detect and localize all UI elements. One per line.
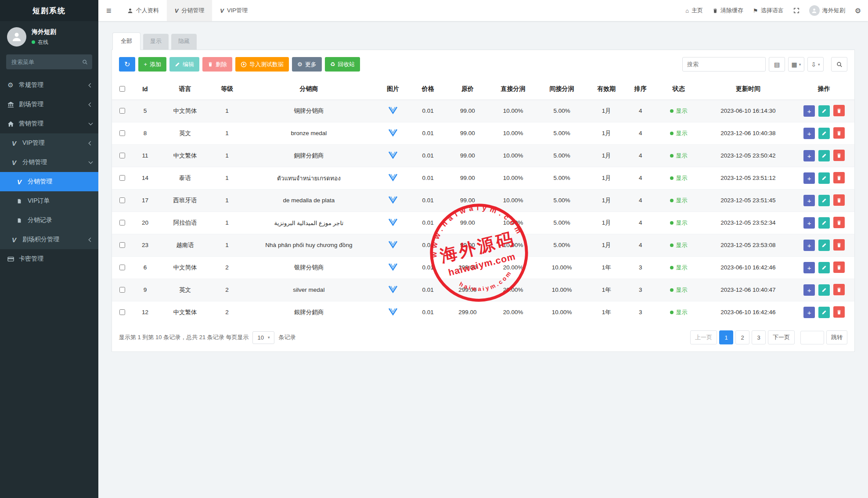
column-header[interactable]: Id — [132, 79, 158, 100]
fullscreen-button[interactable] — [793, 7, 800, 14]
row-edit-button[interactable] — [818, 128, 830, 139]
row-delete-button[interactable] — [833, 239, 845, 251]
row-edit-button[interactable] — [818, 240, 830, 251]
column-header[interactable]: 图片 — [376, 79, 410, 100]
column-header[interactable]: 语言 — [158, 79, 212, 100]
column-header[interactable]: 分销商 — [241, 79, 376, 100]
v-logo-icon[interactable] — [388, 240, 398, 248]
column-header[interactable]: 原价 — [446, 79, 489, 100]
add-button[interactable]: +添加 — [138, 57, 166, 72]
row-delete-button[interactable] — [833, 262, 845, 273]
row-edit-button[interactable] — [818, 307, 830, 318]
recycle-bin-button[interactable]: ♻回收站 — [325, 57, 360, 72]
row-add-button[interactable]: + — [803, 217, 815, 229]
import-test-data-button[interactable]: 导入测试数据 — [235, 57, 289, 72]
sidebar-item-general[interactable]: ⚙ 常规管理 — [0, 75, 98, 95]
v-logo-icon[interactable] — [388, 308, 398, 315]
row-delete-button[interactable] — [833, 172, 845, 183]
edit-button[interactable]: 编辑 — [169, 57, 199, 72]
v-logo-icon[interactable] — [388, 129, 398, 136]
row-delete-button[interactable] — [833, 150, 845, 161]
row-checkbox[interactable] — [119, 153, 125, 158]
page-button-1[interactable]: 1 — [719, 330, 733, 344]
sidebar-item-vip-management[interactable]: V VIP管理 — [0, 133, 98, 153]
row-checkbox[interactable] — [119, 309, 125, 315]
filter-tab-hidden[interactable]: 隐藏 — [171, 34, 197, 50]
filter-tab-all[interactable]: 全部 — [112, 32, 140, 50]
search-toggle-button[interactable] — [831, 57, 847, 72]
row-checkbox[interactable] — [119, 220, 125, 226]
prev-page-button[interactable]: 上一页 — [690, 330, 717, 344]
row-edit-button[interactable] — [818, 262, 830, 273]
column-header[interactable]: 间接分润 — [537, 79, 587, 100]
row-checkbox[interactable] — [119, 197, 125, 203]
sidebar-item-distribution-management[interactable]: V 分销管理 — [0, 172, 98, 191]
v-logo-icon[interactable] — [388, 106, 398, 114]
v-logo-icon[interactable] — [388, 263, 398, 271]
column-header[interactable]: 价格 — [410, 79, 446, 100]
row-edit-button[interactable] — [818, 217, 830, 229]
column-header[interactable]: 排序 — [626, 79, 655, 100]
row-add-button[interactable]: + — [803, 284, 815, 296]
row-delete-button[interactable] — [833, 105, 845, 116]
row-delete-button[interactable] — [833, 194, 845, 206]
home-link[interactable]: ⌂主页 — [685, 7, 703, 14]
row-add-button[interactable]: + — [803, 128, 815, 139]
row-checkbox[interactable] — [119, 287, 125, 293]
column-header[interactable]: 更新时间 — [702, 79, 793, 100]
search-input[interactable] — [682, 57, 766, 72]
row-edit-button[interactable] — [818, 284, 830, 296]
sidebar-item-theater-points[interactable]: V 剧场积分管理 — [0, 230, 98, 249]
jump-button[interactable]: 跳转 — [826, 330, 847, 344]
sidebar-toggle-icon[interactable]: ≡ — [98, 6, 119, 16]
row-delete-button[interactable] — [833, 306, 845, 318]
delete-button[interactable]: 删除 — [202, 57, 232, 72]
page-button-3[interactable]: 3 — [752, 330, 766, 344]
more-button[interactable]: ⚙更多 — [292, 57, 322, 72]
row-add-button[interactable]: + — [803, 240, 815, 251]
row-checkbox[interactable] — [119, 175, 125, 181]
tab-vip[interactable]: V VIP管理 — [212, 0, 256, 21]
clear-cache-link[interactable]: 清除缓存 — [713, 7, 743, 14]
sidebar-item-marketing[interactable]: 营销管理 — [0, 114, 98, 133]
next-page-button[interactable]: 下一页 — [768, 330, 795, 344]
user-menu[interactable]: 海外短剧 — [809, 5, 845, 16]
column-header[interactable]: 直接分润 — [489, 79, 537, 100]
v-logo-icon[interactable] — [388, 218, 398, 226]
tab-profile[interactable]: 个人资料 — [119, 0, 167, 21]
row-checkbox[interactable] — [119, 130, 125, 136]
v-logo-icon[interactable] — [388, 285, 398, 293]
sidebar-item-card-keys[interactable]: 卡密管理 — [0, 249, 98, 269]
sidebar-item-distribution-records[interactable]: 分销记录 — [0, 211, 98, 230]
export-button[interactable]: ⇩▾ — [807, 57, 824, 72]
jump-page-input[interactable] — [800, 331, 824, 344]
row-add-button[interactable]: + — [803, 172, 815, 184]
row-add-button[interactable]: + — [803, 195, 815, 206]
page-size-select[interactable]: 10▾ — [252, 331, 274, 344]
v-logo-icon[interactable] — [388, 151, 398, 159]
filter-tab-visible[interactable]: 显示 — [143, 34, 169, 50]
row-delete-button[interactable] — [833, 284, 845, 295]
column-header[interactable]: 等级 — [212, 79, 241, 100]
column-header[interactable]: 有效期 — [587, 79, 626, 100]
row-checkbox[interactable] — [119, 242, 125, 248]
language-link[interactable]: ⚑选择语言 — [753, 7, 784, 14]
sidebar-item-distribution[interactable]: V 分销管理 — [0, 153, 98, 172]
row-delete-button[interactable] — [833, 217, 845, 228]
row-checkbox[interactable] — [119, 265, 125, 270]
row-checkbox[interactable] — [119, 108, 125, 114]
columns-toggle-button[interactable]: ▦▾ — [788, 57, 804, 72]
v-logo-icon[interactable] — [388, 196, 398, 204]
select-all-checkbox[interactable] — [119, 86, 125, 92]
sidebar-item-vip-orders[interactable]: VIP订单 — [0, 191, 98, 211]
row-edit-button[interactable] — [818, 172, 830, 184]
row-edit-button[interactable] — [818, 105, 830, 117]
row-add-button[interactable]: + — [803, 262, 815, 273]
settings-gear-icon[interactable]: ⚙ — [855, 7, 861, 15]
row-add-button[interactable]: + — [803, 307, 815, 318]
row-edit-button[interactable] — [818, 150, 830, 161]
row-edit-button[interactable] — [818, 195, 830, 206]
list-view-button[interactable]: ▤ — [769, 57, 785, 72]
row-add-button[interactable]: + — [803, 150, 815, 161]
v-logo-icon[interactable] — [388, 173, 398, 181]
